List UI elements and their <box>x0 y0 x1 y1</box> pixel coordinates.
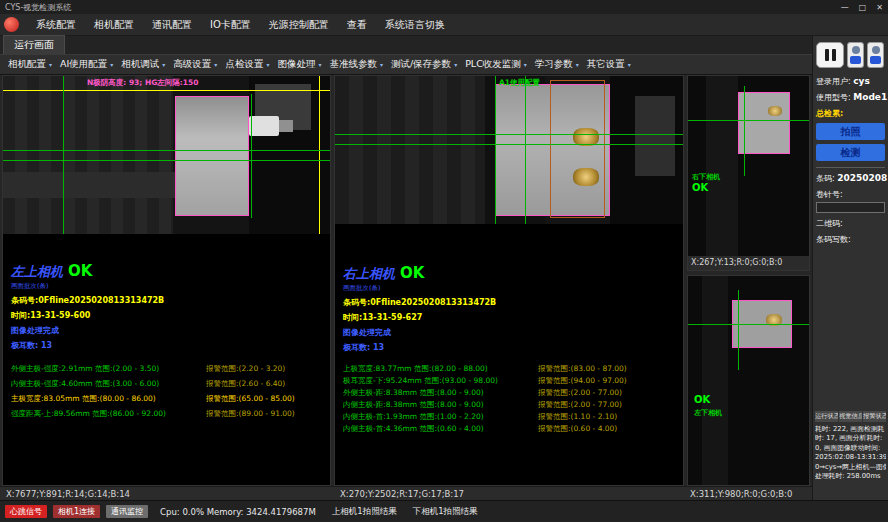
small-camera-label: 左下相机 <box>694 408 722 418</box>
menu-item[interactable]: 光源控制配置 <box>260 16 338 34</box>
minimize-button[interactable]: — <box>841 3 849 12</box>
status-ok-badge: OK <box>400 264 424 282</box>
process-line: 图像处理完成 <box>343 327 675 338</box>
machine-structure <box>335 76 485 224</box>
camera-image-small-top[interactable]: 右下相机 OK <box>688 76 809 256</box>
overlay-green-hline <box>335 144 683 145</box>
barcode-label: 条码: <box>816 174 835 183</box>
toolbar-item[interactable]: 相机配置▾ <box>4 56 56 73</box>
camera-link-indicator[interactable]: 相机1连接 <box>53 505 100 518</box>
toolbar-item[interactable]: 基准线参数▾ <box>325 56 387 73</box>
overlay-green-vline <box>63 76 64 234</box>
pause-button[interactable] <box>816 42 844 68</box>
sidebar-buttons <box>816 39 885 71</box>
comm-monitor-indicator[interactable]: 通讯监控 <box>106 505 148 518</box>
qr-label: 二维码: <box>816 218 885 229</box>
measurement-row: 强度距离-上:89.56mm 范围:(86.00 - 92.00) 报警范围:(… <box>11 406 322 421</box>
toolbar-item-label: 图像处理 <box>277 58 315 71</box>
camera-image-left[interactable]: N极阴高度: 93; HG左间隔:150 <box>3 76 330 234</box>
measurement-row: 内侧主极-首:4.36mm 范围:(0.60 - 4.00) 报警范围:(0.6… <box>343 423 675 435</box>
toolbar-item[interactable]: 高级设置▾ <box>169 56 221 73</box>
camera-left-info: 左上相机 OK 画面批次(条) 条码号:0Ffline2025020813313… <box>3 234 330 485</box>
toolbar-item-label: PLC收发监测 <box>465 58 521 71</box>
close-button[interactable]: ✕ <box>876 3 883 12</box>
measurement-row: 内侧主极-强度:4.60mm 范围:(3.00 - 6.00) 报警范围:(2.… <box>11 376 322 391</box>
toolbar-item-label: AI使用配置 <box>60 58 107 71</box>
toolbar-item[interactable]: 相机调试▾ <box>117 56 169 73</box>
timing-stat-line: 时: 17, 画面分析耗时: <box>815 434 886 444</box>
tab-run-view[interactable]: 运行画面 <box>3 35 65 54</box>
engineer-mode-button[interactable] <box>867 42 884 68</box>
sidebar-tab[interactable]: 视觉信息 <box>839 411 862 422</box>
chevron-down-icon: ▾ <box>214 61 217 68</box>
bottom-camera-result: 下相机1拍照结果 <box>413 506 478 518</box>
toolbar-item[interactable]: 图像处理▾ <box>273 56 325 73</box>
measurement-value: 强度距离-上:89.56mm 范围:(86.00 - 92.00) <box>11 409 206 419</box>
machine-column <box>702 276 728 485</box>
barcode-line: 条码号:0Ffline2025020813313472B <box>343 297 675 308</box>
detected-part <box>175 96 249 216</box>
menu-item[interactable]: 相机配置 <box>85 16 143 34</box>
overlay-green-hline <box>3 150 330 151</box>
machine-block <box>635 96 675 176</box>
measurement-row: 内侧主极-距:8.38mm 范围:(8.00 - 9.00) 报警范围:(2.0… <box>343 399 675 411</box>
measurement-warn-range: 报警范围:(1.10 - 2.10) <box>538 412 617 422</box>
measurement-row: 外侧主极-强度:2.91mm 范围:(2.00 - 3.50) 报警范围:(2.… <box>11 361 322 376</box>
menu-item[interactable]: 查看 <box>338 16 376 34</box>
top-camera-result: 上相机1拍照结果 <box>332 506 397 518</box>
menu-item[interactable]: 系统语言切换 <box>376 16 454 34</box>
barcode-value: 20250208 <box>837 173 887 183</box>
needle-input[interactable] <box>816 202 885 213</box>
chevron-down-icon: ▾ <box>524 61 527 68</box>
camera-name: 右上相机 <box>343 265 395 283</box>
toolbar-item[interactable]: AI使用配置▾ <box>56 56 117 73</box>
machine-column <box>706 76 738 256</box>
maximize-button[interactable]: □ <box>859 3 867 12</box>
measurement-warn-range: 报警范围:(94.00 - 97.00) <box>538 376 627 386</box>
gold-contact <box>768 106 782 116</box>
login-label: 登录用户: <box>816 77 851 86</box>
menu-item[interactable]: 通讯配置 <box>143 16 201 34</box>
overlay-green-vline <box>744 86 745 176</box>
camera-name: 左上相机 <box>11 263 63 281</box>
measurement-value: 内侧主极-首:1.93mm 范围:(1.00 - 2.20) <box>343 412 538 422</box>
timing-stats: 耗时: 222, 画面检测耗时: 17, 画面分析耗时:0, 画面图像联动时间:… <box>815 425 886 482</box>
counter-box-2[interactable]: 检测 <box>816 144 885 161</box>
coords-left-camera: X:7677;Y:891;R:14;G:14;B:14 <box>6 487 130 501</box>
model-row: 使用型号: Mode11 <box>816 92 885 103</box>
overlay-green-hline <box>335 134 683 135</box>
sidebar-tab[interactable]: 运行状态 <box>815 411 838 422</box>
time-line: 时间:13-31-59-600 <box>11 310 322 321</box>
toolbar-item[interactable]: 学习参数▾ <box>531 56 583 73</box>
menu-items: 系统配置相机配置通讯配置IO卡配置光源控制配置查看系统语言切换 <box>27 16 454 34</box>
toolbar-item[interactable]: PLC收发监测▾ <box>461 56 531 73</box>
toolbar-item[interactable]: 测试/保存参数▾ <box>387 56 461 73</box>
chevron-down-icon: ▾ <box>380 61 383 68</box>
user-icon <box>852 46 860 54</box>
menu-item[interactable]: 系统配置 <box>27 16 85 34</box>
camera-image-right[interactable]: A1使用配置 <box>335 76 683 224</box>
overlay-yellow-vline <box>319 76 320 234</box>
menubar: 系统配置相机配置通讯配置IO卡配置光源控制配置查看系统语言切换 <box>0 14 888 36</box>
counter-box-1[interactable]: 拍照 <box>816 123 885 140</box>
model-select[interactable]: Mode11 <box>853 92 888 102</box>
process-line: 图像处理完成 <box>11 325 322 336</box>
overlay-yellow-hline <box>3 90 330 91</box>
heartbeat-indicator[interactable]: 心跳信号 <box>5 505 47 518</box>
operator-mode-button[interactable] <box>847 42 864 68</box>
camera-right-info: 右上相机 OK 画面批次(条) 条码号:0Ffline2025020813313… <box>335 224 683 485</box>
sidebar-tab[interactable]: 报警状态 <box>863 411 886 422</box>
menu-item[interactable]: IO卡配置 <box>201 16 260 34</box>
camera-image-small-bottom[interactable]: OK 左下相机 <box>688 276 809 485</box>
toolbar-item-label: 测试/保存参数 <box>391 58 451 71</box>
measurement-warn-range: 报警范围:(89.00 - 91.00) <box>206 409 295 419</box>
titlebar: CYS-视觉检测系统 — □ ✕ <box>0 0 888 14</box>
toolbar-item[interactable]: 点检设置▾ <box>221 56 273 73</box>
toolbar-item[interactable]: 其它设置▾ <box>583 56 635 73</box>
toolbar-item-label: 其它设置 <box>587 58 625 71</box>
main-area: N极阴高度: 93; HG左间隔:150 左上相机 OK 画面批次(条) 条码号… <box>0 75 812 486</box>
measurement-row: 主极宽度:83.05mm 范围:(80.00 - 86.00) 报警范围:(65… <box>11 391 322 406</box>
sidebar-status-area: 运行状态视觉信息报警状态 耗时: 222, 画面检测耗时: 17, 画面分析耗时… <box>815 411 886 482</box>
status-sub-label: 画面批次(条) <box>11 282 322 291</box>
pause-icon <box>825 49 829 61</box>
